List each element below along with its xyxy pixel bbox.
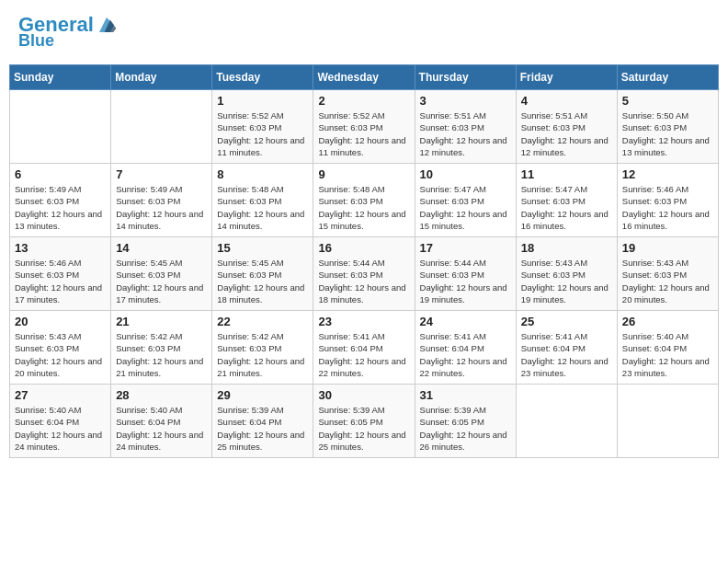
calendar-cell — [10, 89, 111, 163]
day-info: Sunrise: 5:49 AM Sunset: 6:03 PM Dayligh… — [15, 183, 106, 232]
day-info: Sunrise: 5:42 AM Sunset: 6:03 PM Dayligh… — [217, 330, 308, 379]
day-of-week-header: Friday — [516, 64, 617, 89]
calendar-cell: 17Sunrise: 5:44 AM Sunset: 6:03 PM Dayli… — [415, 236, 516, 310]
day-info: Sunrise: 5:47 AM Sunset: 6:03 PM Dayligh… — [521, 183, 612, 232]
day-number: 2 — [318, 94, 409, 108]
calendar-cell — [111, 89, 212, 163]
day-info: Sunrise: 5:42 AM Sunset: 6:03 PM Dayligh… — [116, 330, 207, 379]
day-number: 23 — [318, 315, 409, 328]
day-number: 30 — [318, 388, 409, 402]
day-number: 17 — [420, 241, 511, 255]
day-of-week-header: Wednesday — [313, 64, 415, 89]
calendar-cell: 4Sunrise: 5:51 AM Sunset: 6:03 PM Daylig… — [516, 89, 617, 163]
calendar-cell: 27Sunrise: 5:40 AM Sunset: 6:04 PM Dayli… — [10, 384, 111, 457]
day-number: 26 — [622, 315, 713, 328]
calendar-cell: 5Sunrise: 5:50 AM Sunset: 6:03 PM Daylig… — [617, 89, 718, 163]
calendar-week-row: 27Sunrise: 5:40 AM Sunset: 6:04 PM Dayli… — [10, 384, 719, 457]
day-info: Sunrise: 5:44 AM Sunset: 6:03 PM Dayligh… — [318, 257, 409, 305]
page-header: General Blue — [9, 9, 719, 55]
day-number: 27 — [15, 388, 106, 402]
day-info: Sunrise: 5:41 AM Sunset: 6:04 PM Dayligh… — [521, 330, 612, 379]
calendar-cell: 6Sunrise: 5:49 AM Sunset: 6:03 PM Daylig… — [10, 163, 111, 236]
day-info: Sunrise: 5:50 AM Sunset: 6:03 PM Dayligh… — [622, 109, 713, 158]
calendar-cell — [516, 384, 617, 457]
day-info: Sunrise: 5:43 AM Sunset: 6:03 PM Dayligh… — [622, 257, 713, 305]
logo-icon — [96, 14, 118, 36]
day-info: Sunrise: 5:43 AM Sunset: 6:03 PM Dayligh… — [521, 257, 612, 305]
calendar-cell: 31Sunrise: 5:39 AM Sunset: 6:05 PM Dayli… — [415, 384, 516, 457]
calendar-cell: 30Sunrise: 5:39 AM Sunset: 6:05 PM Dayli… — [313, 384, 415, 457]
calendar-cell: 18Sunrise: 5:43 AM Sunset: 6:03 PM Dayli… — [516, 236, 617, 310]
day-number: 24 — [420, 315, 511, 328]
calendar-cell: 2Sunrise: 5:52 AM Sunset: 6:03 PM Daylig… — [313, 89, 415, 163]
calendar-cell: 25Sunrise: 5:41 AM Sunset: 6:04 PM Dayli… — [516, 310, 617, 384]
calendar-cell: 1Sunrise: 5:52 AM Sunset: 6:03 PM Daylig… — [212, 89, 313, 163]
calendar-cell: 19Sunrise: 5:43 AM Sunset: 6:03 PM Dayli… — [617, 236, 718, 310]
day-info: Sunrise: 5:40 AM Sunset: 6:04 PM Dayligh… — [15, 404, 106, 453]
day-of-week-header: Saturday — [617, 64, 718, 89]
day-info: Sunrise: 5:52 AM Sunset: 6:03 PM Dayligh… — [318, 109, 409, 158]
day-info: Sunrise: 5:39 AM Sunset: 6:05 PM Dayligh… — [318, 404, 409, 453]
day-of-week-header: Tuesday — [212, 64, 313, 89]
calendar-cell: 12Sunrise: 5:46 AM Sunset: 6:03 PM Dayli… — [617, 163, 718, 236]
calendar-header-row: SundayMondayTuesdayWednesdayThursdayFrid… — [10, 64, 719, 89]
logo: General Blue — [18, 14, 118, 51]
day-number: 19 — [622, 241, 713, 255]
day-number: 1 — [217, 94, 308, 108]
day-number: 6 — [15, 167, 106, 181]
day-info: Sunrise: 5:47 AM Sunset: 6:03 PM Dayligh… — [420, 183, 511, 232]
day-number: 15 — [217, 241, 308, 255]
day-number: 7 — [116, 167, 207, 181]
calendar-cell: 24Sunrise: 5:41 AM Sunset: 6:04 PM Dayli… — [415, 310, 516, 384]
calendar-cell: 22Sunrise: 5:42 AM Sunset: 6:03 PM Dayli… — [212, 310, 313, 384]
calendar-cell: 26Sunrise: 5:40 AM Sunset: 6:04 PM Dayli… — [617, 310, 718, 384]
calendar-cell: 7Sunrise: 5:49 AM Sunset: 6:03 PM Daylig… — [111, 163, 212, 236]
day-info: Sunrise: 5:52 AM Sunset: 6:03 PM Dayligh… — [217, 109, 308, 158]
day-number: 20 — [15, 315, 106, 328]
calendar-cell: 3Sunrise: 5:51 AM Sunset: 6:03 PM Daylig… — [415, 89, 516, 163]
calendar-week-row: 1Sunrise: 5:52 AM Sunset: 6:03 PM Daylig… — [10, 89, 719, 163]
day-number: 10 — [420, 167, 511, 181]
day-number: 11 — [521, 167, 612, 181]
day-info: Sunrise: 5:48 AM Sunset: 6:03 PM Dayligh… — [217, 183, 308, 232]
day-of-week-header: Monday — [111, 64, 212, 89]
day-number: 3 — [420, 94, 511, 108]
day-info: Sunrise: 5:41 AM Sunset: 6:04 PM Dayligh… — [318, 330, 409, 379]
day-info: Sunrise: 5:46 AM Sunset: 6:03 PM Dayligh… — [15, 257, 106, 305]
day-of-week-header: Thursday — [415, 64, 516, 89]
calendar-cell: 28Sunrise: 5:40 AM Sunset: 6:04 PM Dayli… — [111, 384, 212, 457]
day-number: 21 — [116, 315, 207, 328]
calendar-cell: 29Sunrise: 5:39 AM Sunset: 6:04 PM Dayli… — [212, 384, 313, 457]
day-number: 13 — [15, 241, 106, 255]
calendar-week-row: 13Sunrise: 5:46 AM Sunset: 6:03 PM Dayli… — [10, 236, 719, 310]
calendar-cell: 13Sunrise: 5:46 AM Sunset: 6:03 PM Dayli… — [10, 236, 111, 310]
day-info: Sunrise: 5:44 AM Sunset: 6:03 PM Dayligh… — [420, 257, 511, 305]
calendar-cell — [617, 384, 718, 457]
day-info: Sunrise: 5:46 AM Sunset: 6:03 PM Dayligh… — [622, 183, 713, 232]
calendar-cell: 15Sunrise: 5:45 AM Sunset: 6:03 PM Dayli… — [212, 236, 313, 310]
calendar-week-row: 20Sunrise: 5:43 AM Sunset: 6:03 PM Dayli… — [10, 310, 719, 384]
day-number: 22 — [217, 315, 308, 328]
day-info: Sunrise: 5:45 AM Sunset: 6:03 PM Dayligh… — [116, 257, 207, 305]
day-number: 16 — [318, 241, 409, 255]
day-info: Sunrise: 5:39 AM Sunset: 6:04 PM Dayligh… — [217, 404, 308, 453]
day-info: Sunrise: 5:40 AM Sunset: 6:04 PM Dayligh… — [622, 330, 713, 379]
calendar-cell: 14Sunrise: 5:45 AM Sunset: 6:03 PM Dayli… — [111, 236, 212, 310]
day-info: Sunrise: 5:43 AM Sunset: 6:03 PM Dayligh… — [15, 330, 106, 379]
day-number: 5 — [622, 94, 713, 108]
calendar-cell: 11Sunrise: 5:47 AM Sunset: 6:03 PM Dayli… — [516, 163, 617, 236]
day-info: Sunrise: 5:45 AM Sunset: 6:03 PM Dayligh… — [217, 257, 308, 305]
day-info: Sunrise: 5:48 AM Sunset: 6:03 PM Dayligh… — [318, 183, 409, 232]
calendar-table: SundayMondayTuesdayWednesdayThursdayFrid… — [9, 64, 719, 458]
day-info: Sunrise: 5:40 AM Sunset: 6:04 PM Dayligh… — [116, 404, 207, 453]
calendar-week-row: 6Sunrise: 5:49 AM Sunset: 6:03 PM Daylig… — [10, 163, 719, 236]
day-info: Sunrise: 5:49 AM Sunset: 6:03 PM Dayligh… — [116, 183, 207, 232]
day-number: 28 — [116, 388, 207, 402]
day-number: 12 — [622, 167, 713, 181]
day-info: Sunrise: 5:51 AM Sunset: 6:03 PM Dayligh… — [521, 109, 612, 158]
day-number: 29 — [217, 388, 308, 402]
day-number: 14 — [116, 241, 207, 255]
calendar-cell: 16Sunrise: 5:44 AM Sunset: 6:03 PM Dayli… — [313, 236, 415, 310]
day-number: 9 — [318, 167, 409, 181]
calendar-cell: 10Sunrise: 5:47 AM Sunset: 6:03 PM Dayli… — [415, 163, 516, 236]
